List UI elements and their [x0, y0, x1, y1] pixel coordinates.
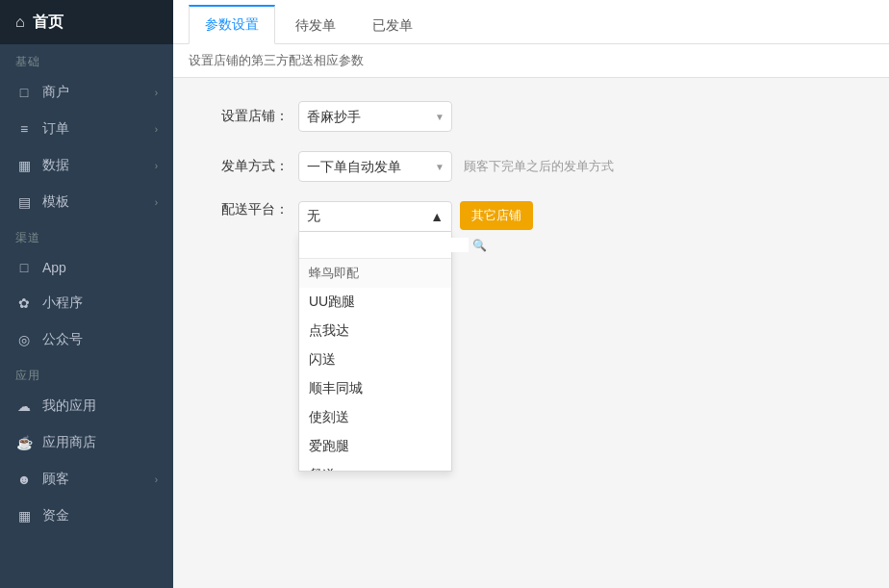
tab-params[interactable]: 参数设置	[189, 5, 275, 44]
sidebar-item-myapp[interactable]: ☁ 我的应用	[0, 388, 173, 424]
sidebar-item-label: 商户	[42, 84, 69, 101]
dropdown-item-shunfeng[interactable]: 顺丰同城	[299, 374, 451, 403]
order-method-label: 发单方式：	[212, 158, 289, 175]
sidebar-item-finance[interactable]: ▦ 资金	[0, 498, 173, 534]
sidebar-item-label: 数据	[42, 157, 69, 174]
dropdown-item-match[interactable]: 蜂鸟即配	[299, 259, 451, 288]
chevron-icon: ›	[155, 197, 158, 208]
chevron-icon: ›	[155, 161, 158, 171]
order-icon: ≡	[15, 121, 33, 137]
sidebar-item-label: 小程序	[42, 294, 83, 312]
merchant-icon: □	[15, 85, 33, 100]
store-label: 设置店铺：	[212, 108, 289, 125]
section-label-app: 应用	[0, 358, 173, 388]
sidebar-item-miniprogram[interactable]: ✿ 小程序	[0, 285, 173, 321]
delivery-platform-trigger[interactable]: 无 ▲	[298, 201, 452, 232]
order-method-row: 发单方式： 一下单自动发单 ▼ 顾客下完单之后的发单方式	[212, 151, 851, 182]
sidebar-item-wechat[interactable]: ◎ 公众号	[0, 321, 173, 358]
tab-subheader: 设置店铺的第三方配送相应参数	[173, 44, 889, 78]
sidebar-header[interactable]: 首页	[0, 0, 173, 44]
tab-pending[interactable]: 待发单	[279, 7, 352, 44]
sidebar-item-label: 顾客	[42, 471, 69, 488]
sidebar-item-customer[interactable]: ☻ 顾客 ›	[0, 461, 173, 498]
sidebar-item-label: 应用商店	[42, 434, 96, 451]
store-select[interactable]: 香麻抄手	[298, 101, 452, 132]
sidebar-item-label: 资金	[42, 507, 69, 524]
section-label-basic: 基础	[0, 44, 173, 74]
order-method-select[interactable]: 一下单自动发单	[298, 151, 452, 182]
chevron-icon: ›	[155, 474, 158, 485]
dropdown-search-input[interactable]	[307, 238, 469, 252]
other-stores-button[interactable]: 其它店铺	[460, 201, 533, 230]
sidebar: 首页 基础 □ 商户 › ≡ 订单 › ▦ 数据 › ▤ 模板 › 渠道 □	[0, 0, 173, 588]
app-icon: □	[15, 260, 33, 275]
chevron-icon: ›	[155, 124, 158, 135]
dropdown-item-cando[interactable]: 餐道	[299, 461, 451, 471]
dropdown-item-dianwoda[interactable]: 点我达	[299, 317, 451, 345]
sidebar-item-label: App	[42, 260, 66, 275]
order-method-hint: 顾客下完单之后的发单方式	[464, 158, 614, 175]
sidebar-item-merchant[interactable]: □ 商户 ›	[0, 74, 173, 111]
sidebar-item-label: 订单	[42, 120, 69, 138]
delivery-platform-arrow: ▲	[430, 209, 444, 224]
sidebar-item-label: 模板	[42, 193, 69, 211]
data-icon: ▦	[15, 158, 33, 173]
wechat-icon: ◎	[15, 332, 33, 347]
store-row: 设置店铺： 香麻抄手 ▼	[212, 101, 851, 132]
miniprogram-icon: ✿	[15, 295, 33, 311]
delivery-platform-wrap: 无 ▲ 🔍 蜂鸟即配 UU跑腿 点我达 闪送 顺丰同城 使刻送	[298, 201, 452, 232]
subheader-text: 设置店铺的第三方配送相应参数	[189, 53, 364, 67]
tab-sent[interactable]: 已发单	[356, 7, 429, 44]
order-method-wrap: 一下单自动发单 ▼	[298, 151, 452, 182]
home-icon	[15, 13, 25, 31]
sidebar-item-label: 公众号	[42, 331, 83, 348]
sidebar-item-appstore[interactable]: ☕ 应用商店	[0, 424, 173, 461]
section-label-channel: 渠道	[0, 220, 173, 250]
finance-icon: ▦	[15, 508, 33, 524]
delivery-platform-label: 配送平台：	[212, 201, 289, 218]
tabs-bar: 参数设置 待发单 已发单	[173, 0, 889, 44]
customer-icon: ☻	[15, 472, 33, 487]
sidebar-item-data[interactable]: ▦ 数据 ›	[0, 147, 173, 184]
appstore-icon: ☕	[15, 435, 33, 450]
delivery-platform-value: 无	[307, 208, 320, 225]
myapp-icon: ☁	[15, 398, 33, 414]
main-content: 参数设置 待发单 已发单 设置店铺的第三方配送相应参数 设置店铺： 香麻抄手 ▼…	[173, 0, 889, 588]
content-area: 设置店铺： 香麻抄手 ▼ 发单方式： 一下单自动发单 ▼ 顾客下完单之后的发单方…	[173, 78, 889, 588]
dropdown-item-flash[interactable]: 闪送	[299, 345, 451, 374]
dropdown-item-aipao[interactable]: 爱跑腿	[299, 432, 451, 461]
dropdown-item-shike[interactable]: 使刻送	[299, 403, 451, 432]
search-icon: 🔍	[472, 239, 487, 252]
sidebar-item-app[interactable]: □ App	[0, 250, 173, 285]
template-icon: ▤	[15, 194, 33, 210]
home-label[interactable]: 首页	[33, 13, 64, 33]
sidebar-item-template[interactable]: ▤ 模板 ›	[0, 184, 173, 220]
dropdown-list: 蜂鸟即配 UU跑腿 点我达 闪送 顺丰同城 使刻送 爱跑腿 餐道 易达欢乐送 云…	[299, 259, 451, 471]
chevron-icon: ›	[155, 88, 158, 98]
store-select-wrap: 香麻抄手 ▼	[298, 101, 452, 132]
sidebar-item-label: 我的应用	[42, 397, 96, 415]
dropdown-search-bar: 🔍	[299, 232, 451, 259]
delivery-dropdown-panel: 🔍 蜂鸟即配 UU跑腿 点我达 闪送 顺丰同城 使刻送 爱跑腿 餐道 易达欢乐送	[298, 232, 452, 472]
dropdown-item-uu[interactable]: UU跑腿	[299, 288, 451, 317]
delivery-platform-row: 配送平台： 无 ▲ 🔍 蜂鸟即配 UU跑腿 点我达	[212, 201, 851, 232]
sidebar-item-order[interactable]: ≡ 订单 ›	[0, 111, 173, 147]
